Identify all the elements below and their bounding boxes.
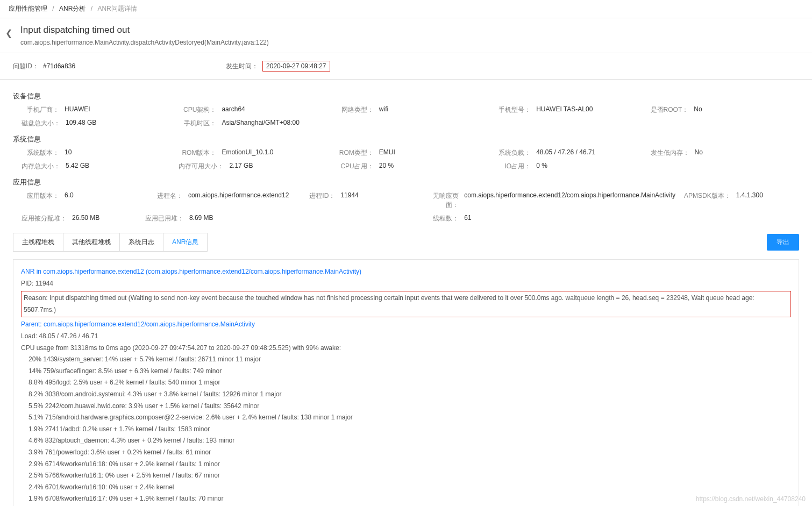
- info-item: ROM类型：EMUI: [336, 148, 485, 158]
- app-section-title: 应用信息: [13, 177, 799, 187]
- info-item: 手机厂商：HUAWEI: [22, 105, 170, 115]
- tab-other-threads[interactable]: 其他线程堆栈: [63, 233, 120, 251]
- page-header: ❮ Input dispatching timed out com.aiops.…: [0, 18, 812, 53]
- anr-load: Load: 48.05 / 47.26 / 46.71: [21, 331, 791, 343]
- info-item: [651, 119, 799, 128]
- info-value: HUAWEI TAS-AL00: [536, 105, 593, 115]
- info-item: 系统版本：10: [22, 148, 170, 158]
- info-label: ROM版本：: [179, 148, 216, 158]
- info-item: 无响应页面：com.aiops.hiperformance.extend12/c…: [421, 191, 675, 210]
- info-label: CPU占用：: [336, 162, 374, 171]
- breadcrumb: 应用性能管理 / ANR分析 / ANR问题详情: [0, 0, 812, 18]
- info-label: 系统负载：: [493, 148, 531, 158]
- info-item: 系统负载：48.05 / 47.26 / 46.71: [493, 148, 642, 158]
- info-value: HUAWEI: [65, 105, 90, 115]
- device-section-title: 设备信息: [13, 91, 799, 101]
- back-icon[interactable]: ❮: [5, 28, 12, 38]
- info-item: [493, 119, 642, 128]
- info-label: CPU架构：: [179, 105, 216, 115]
- breadcrumb-lvl3: ANR问题详情: [97, 5, 137, 12]
- info-label: 应用版本：: [22, 191, 59, 210]
- info-value: 5.42 GB: [66, 162, 89, 171]
- info-item: 进程名：com.aiops.hiperformance.extend12: [145, 191, 289, 210]
- time-value: 2020-09-27 09:48:27: [262, 61, 330, 72]
- anr-cpu-line: 8.2% 3038/com.android.systemui: 4.3% use…: [21, 389, 791, 401]
- info-label: 无响应页面：: [421, 191, 459, 210]
- info-label: 手机型号：: [493, 105, 531, 115]
- info-value: 2.17 GB: [229, 162, 253, 171]
- info-value: No: [694, 105, 702, 115]
- tab-main-thread[interactable]: 主线程堆栈: [13, 233, 63, 251]
- info-item: APMSDK版本：1.4.1.300: [684, 191, 799, 210]
- info-item: 线程数：61: [421, 214, 675, 223]
- info-label: 系统版本：: [22, 148, 59, 158]
- time-label: 发生时间：: [226, 62, 258, 71]
- anr-cpu-line: 2.9% 6714/kworker/u16:18: 0% user + 2.9%…: [21, 459, 791, 471]
- info-item: 应用被分配堆：26.50 MB: [22, 214, 137, 223]
- info-label: 线程数：: [421, 214, 459, 223]
- info-item: 是否ROOT：No: [651, 105, 799, 115]
- app-info-grid: 应用版本：6.0进程名：com.aiops.hiperformance.exte…: [13, 191, 799, 223]
- breadcrumb-lvl2[interactable]: ANR分析: [59, 5, 86, 12]
- anr-cpu-line: 8.8% 495/logd: 2.5% user + 6.2% kernel /…: [21, 377, 791, 389]
- issue-id-label: 问题ID：: [13, 62, 39, 71]
- anr-title: ANR in com.aiops.hiperformance.extend12 …: [21, 266, 791, 278]
- anr-cpu-line: 5.1% 715/android.hardware.graphics.compo…: [21, 412, 791, 424]
- info-value: 61: [464, 214, 471, 223]
- info-item: 内存总大小：5.42 GB: [22, 162, 170, 171]
- info-value: 11944: [340, 191, 358, 210]
- info-item: ROM版本：EmotionUI_10.1.0: [179, 148, 327, 158]
- anr-pid: PID: 11944: [21, 278, 791, 290]
- info-label: ROM类型：: [336, 148, 374, 158]
- info-value: No: [695, 148, 703, 158]
- tab-bar: 主线程堆栈 其他线程堆栈 系统日志 ANR信息: [13, 233, 208, 252]
- info-value: EmotionUI_10.1.0: [222, 148, 273, 158]
- info-value: 26.50 MB: [72, 214, 99, 223]
- anr-cpu-line: 2.5% 5766/kworker/u16:1: 0% user + 2.5% …: [21, 470, 791, 482]
- info-value: 109.48 GB: [66, 119, 96, 128]
- info-item: 磁盘总大小：109.48 GB: [22, 119, 170, 128]
- page-subtitle: com.aiops.hiperformance.MainActivity.dis…: [20, 39, 799, 46]
- info-value: com.aiops.hiperformance.extend12: [188, 191, 289, 210]
- info-value: com.aiops.hiperformance.extend12/com.aio…: [464, 191, 675, 210]
- info-value: 6.0: [65, 191, 74, 210]
- info-value: 8.69 MB: [189, 214, 213, 223]
- info-label: 手机厂商：: [22, 105, 59, 115]
- info-label: 应用被分配堆：: [22, 214, 67, 223]
- info-value: Asia/Shanghai/GMT+08:00: [222, 119, 299, 128]
- breadcrumb-lvl1[interactable]: 应用性能管理: [9, 5, 47, 12]
- info-item: CPU占用：20 %: [336, 162, 485, 171]
- system-section-title: 系统信息: [13, 134, 799, 144]
- issue-id-value: #71d6a836: [43, 62, 75, 70]
- anr-cpu-line: 5.5% 2242/com.huawei.hwid.core: 3.9% use…: [21, 401, 791, 412]
- info-item: 应用已用堆：8.69 MB: [145, 214, 289, 223]
- info-value: aarch64: [222, 105, 245, 115]
- info-value: 20 %: [379, 162, 394, 171]
- info-value: 0 %: [536, 162, 547, 171]
- export-button[interactable]: 导出: [767, 234, 799, 251]
- info-label: 网络类型：: [336, 105, 374, 115]
- info-item: 内存可用大小：2.17 GB: [179, 162, 327, 171]
- info-label: APMSDK版本：: [684, 191, 731, 210]
- system-info-grid: 系统版本：10ROM版本：EmotionUI_10.1.0ROM类型：EMUI系…: [13, 148, 799, 171]
- info-item: 进程ID：11944: [297, 191, 412, 210]
- anr-cpu-line: 2.4% 6701/kworker/u16:10: 0% user + 2.4%…: [21, 482, 791, 494]
- info-value: EMUI: [379, 148, 395, 158]
- tab-anr-info[interactable]: ANR信息: [163, 233, 207, 251]
- info-label: 内存总大小：: [22, 162, 60, 171]
- info-item: 手机型号：HUAWEI TAS-AL00: [493, 105, 642, 115]
- info-item: [336, 119, 485, 128]
- info-item: [684, 214, 799, 223]
- info-item: 手机时区：Asia/Shanghai/GMT+08:00: [179, 119, 327, 128]
- info-value: wifi: [379, 105, 388, 115]
- info-label: 磁盘总大小：: [22, 119, 60, 128]
- info-label: 内存可用大小：: [179, 162, 224, 171]
- anr-reason: Reason: Input dispatching timed out (Wai…: [21, 291, 791, 317]
- info-label: 进程名：: [145, 191, 183, 210]
- info-value: 1.4.1.300: [736, 191, 763, 210]
- info-item: [297, 214, 412, 223]
- info-label: IO占用：: [493, 162, 531, 171]
- page-title: Input dispatching timed out: [20, 25, 799, 35]
- tab-system-log[interactable]: 系统日志: [120, 233, 163, 251]
- anr-cpu-line: 14% 759/surfaceflinger: 8.5% user + 6.3%…: [21, 366, 791, 377]
